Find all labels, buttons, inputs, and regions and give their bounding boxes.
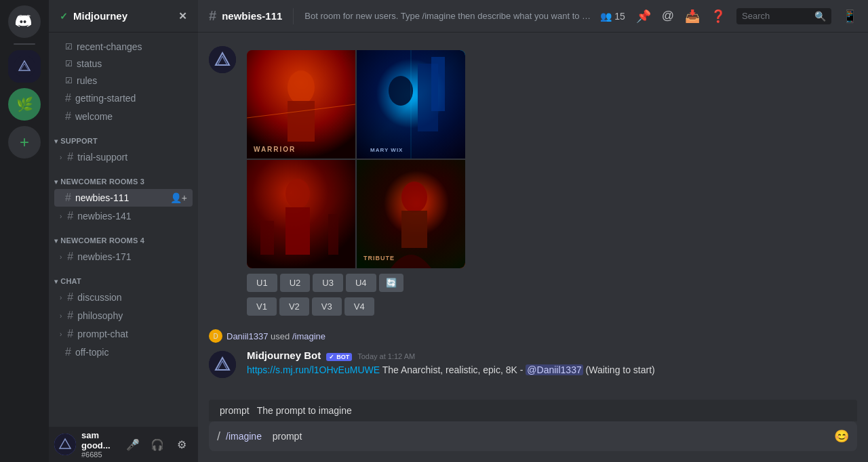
category-label: NEWCOMER ROOMS 3 [60,177,144,186]
u1-button[interactable]: U1 [247,274,277,292]
used-username[interactable]: Daniil1337 [226,331,268,341]
server-icon-midjourney[interactable] [8,50,41,83]
channel-item-trial-support[interactable]: › # trial-support [54,148,193,166]
username: sam good... [81,430,117,450]
server-icon-discord[interactable] [8,5,41,38]
channel-name: recent-changes [77,41,142,52]
server-icon-add[interactable]: + [8,126,41,159]
add-member-icon[interactable]: 👤+ [170,192,187,203]
u2-button[interactable]: U2 [280,274,311,292]
search-input[interactable] [742,11,812,21]
server-icon-green[interactable]: 🌿 [8,88,41,121]
inbox-button[interactable]: 📱 [842,9,857,24]
server-header[interactable]: ✓ Midjourney ✕ [49,0,198,33]
channel-list: ☑ recent-changes ☑ status ☑ rules # gett… [49,33,198,427]
category-newcomer-3[interactable]: ▾ NEWCOMER ROOMS 3 [49,167,198,188]
variation-buttons: V1 V2 V3 V4 [247,297,857,316]
channel-name: welcome [75,111,113,122]
slash-button[interactable]: / [217,429,220,444]
channel-item-discussion[interactable]: › # discussion [54,289,193,306]
user-panel: sam good... #6685 🎤 🎧 ⚙ [49,427,198,462]
u4-button[interactable]: U4 [346,274,376,292]
prompt-description: The prompt to imagine [257,405,352,416]
pin-icon[interactable]: 📌 [636,9,651,24]
mention-icon[interactable]: @ [662,9,674,23]
message-input[interactable] [273,431,829,442]
channel-name: getting-started [75,93,136,104]
image-grid-container: WARRIOR [247,50,857,268]
channel-item-off-topic[interactable]: # off-topic [54,343,193,361]
u3-button[interactable]: U3 [313,274,343,292]
bot-avatar-col [209,350,236,378]
channel-item-philosophy[interactable]: › # philosophy [54,307,193,324]
channel-item-getting-started[interactable]: # getting-started [54,89,193,107]
channel-name: status [77,58,102,69]
headset-button[interactable]: 🎧 [146,434,168,455]
user-info: sam good... #6685 [81,430,117,459]
search-bar[interactable]: 🔍 [736,8,831,24]
channel-name: rules [77,75,97,86]
member-count: 👥 15 [600,11,625,22]
category-arrow-icon: ▾ [54,138,58,145]
server-dropdown-icon: ✕ [178,10,187,22]
channel-item-rules[interactable]: ☑ rules [54,72,193,89]
v3-button[interactable]: V3 [312,297,342,316]
channel-name: prompt-chat [77,329,128,339]
category-chat[interactable]: ▾ CHAT [49,266,198,288]
bot-author-name: Midjourney Bot [247,350,321,361]
channel-topic: Bot room for new users. Type /imagine th… [304,11,595,21]
channel-name: newbies-111 [75,192,129,203]
v1-button[interactable]: V1 [247,297,277,316]
hash-icon: # [65,192,71,204]
category-support[interactable]: ▾ SUPPORT [49,126,198,148]
used-command[interactable]: /imagine [292,331,326,341]
v4-button[interactable]: V4 [344,297,374,316]
channel-item-newbies-171[interactable]: › # newbies-171 [54,248,193,266]
midjourney-bot-avatar [209,351,236,378]
message-group-images: WARRIOR [198,43,868,321]
expand-arrow-icon: › [60,154,62,161]
user-controls: 🎤 🎧 ⚙ [122,434,193,455]
inbox-icon[interactable]: 📥 [685,9,700,24]
upscale-buttons: U1 U2 U3 U4 🔄 [247,274,857,292]
bot-avatar [209,46,236,73]
channel-item-status[interactable]: ☑ status [54,56,193,72]
topbar-channel-name: newbies-111 [222,10,282,22]
svg-rect-17 [260,221,274,255]
bot-message-header: Midjourney Bot ✓ BOT Today at 1:12 AM [247,350,857,361]
mute-button[interactable]: 🎤 [122,434,144,455]
expand-arrow-icon: › [60,253,62,261]
channel-name: trial-support [77,152,127,163]
input-right-icons: 😊 [834,429,849,444]
bot-message-content: Midjourney Bot ✓ BOT Today at 1:12 AM ht… [247,350,857,378]
svg-text:TRIBUTE: TRIBUTE [363,255,395,261]
check-icon: ☑ [65,76,73,85]
prompt-autocomplete: prompt The prompt to imagine [209,400,857,421]
server-verified-icon: ✓ [60,11,68,22]
channel-item-welcome[interactable]: # welcome [54,108,193,125]
svg-rect-18 [328,214,338,255]
channel-item-prompt-chat[interactable]: › # prompt-chat [54,325,193,343]
category-label: NEWCOMER ROOMS 4 [60,236,144,245]
image-cell-br: TRIBUTE [357,160,465,268]
server-name: Midjourney [73,10,127,22]
emoji-button[interactable]: 😊 [834,429,849,444]
image-cell-bl [247,160,355,268]
message-link[interactable]: https://s.mj.run/l1OHvEuMUWE [247,364,380,375]
category-newcomer-4[interactable]: ▾ NEWCOMER ROOMS 4 [49,226,198,247]
hash-icon: # [67,151,73,163]
channel-item-newbies-111[interactable]: # newbies-111 👤+ [54,189,193,207]
category-arrow-icon: ▾ [54,178,58,186]
svg-point-11 [389,76,413,106]
user-mention[interactable]: @Daniil1337 [526,364,583,375]
hash-icon: # [67,310,73,322]
v2-button[interactable]: V2 [279,297,309,316]
bot-badge: ✓ BOT [326,353,352,361]
help-icon[interactable]: ❓ [711,9,726,24]
image-cell-tl: WARRIOR [247,50,355,159]
input-area: / /imagine 😊 [198,421,868,462]
channel-item-recent-changes[interactable]: ☑ recent-changes [54,39,193,55]
settings-button[interactable]: ⚙ [171,434,193,455]
refresh-button[interactable]: 🔄 [379,274,403,292]
channel-item-newbies-141[interactable]: › # newbies-141 [54,207,193,225]
